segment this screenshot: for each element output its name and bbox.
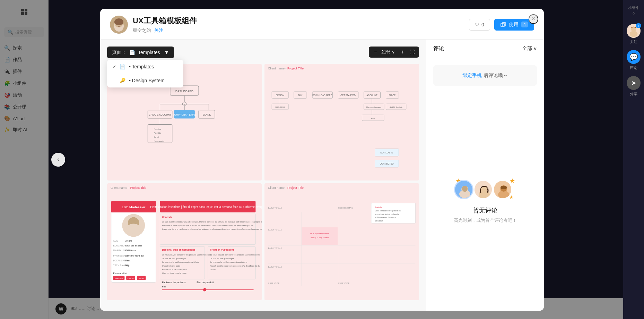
- svg-text:Paris: Paris: [125, 259, 131, 262]
- zoom-expand-icon[interactable]: ⛶: [408, 48, 416, 56]
- follow-link[interactable]: 关注: [154, 28, 163, 33]
- use-button[interactable]: 使用 4: [494, 19, 534, 31]
- svg-text:CREATE ACCOUNT: CREATE ACCOUNT: [149, 113, 171, 116]
- rs-comment-label: 评论: [630, 65, 637, 70]
- dropdown-item-design-system[interactable]: ✓ 🔑 • Design System: [107, 74, 183, 87]
- svg-text:AGE: AGE: [113, 240, 118, 242]
- svg-text:narration et c'est esprit du j: narration et c'est esprit du jour. Il n'…: [162, 225, 253, 227]
- like-count: 0: [481, 22, 484, 27]
- comments-filter[interactable]: 全部 ∨: [522, 45, 537, 52]
- svg-text:Besoins, buts et motivations: Besoins, buts et motivations: [162, 249, 195, 251]
- heart-icon: ♡: [475, 22, 479, 27]
- svg-text:Portfolio: Portfolio: [375, 206, 382, 208]
- bind-phone-link[interactable]: 绑定手机: [462, 73, 482, 78]
- page-name: Templates: [138, 50, 160, 55]
- svg-text:Apellido: Apellido: [154, 132, 162, 134]
- svg-text:Prix: Prix: [162, 285, 166, 288]
- svg-point-145: [498, 191, 509, 199]
- modal-body: 页面： 📄 Templates ▼ ✓ 📄 • Templates ✓ 🔑: [100, 40, 544, 311]
- page-indicator: 页面：: [112, 49, 127, 56]
- svg-text:scenario de test de recherche: scenario de test de recherche: [375, 213, 399, 215]
- preview-cell-journey[interactable]: Client name - Project Title EARLY TO TAL…: [264, 183, 419, 300]
- use-count: 4: [521, 22, 528, 27]
- svg-text:USER VOICE: USER VOICE: [338, 282, 349, 284]
- zoom-in-button[interactable]: +: [398, 48, 407, 56]
- svg-text:Personnalité: Personnalité: [113, 272, 127, 275]
- mini-count: 0: [633, 12, 635, 16]
- svg-text:Contexte: Contexte: [162, 216, 172, 218]
- svg-text:État du produit: État du produit: [197, 281, 214, 284]
- dropdown-item-templates[interactable]: ✓ 📄 • Templates: [107, 60, 183, 74]
- svg-text:USER VOICE: USER VOICE: [268, 282, 280, 284]
- bind-phone-text: 后评论哦～: [484, 73, 508, 78]
- close-button[interactable]: ×: [529, 14, 538, 24]
- avatar-group: ★ ★: [458, 180, 512, 199]
- svg-text:Passif, c'est la encore et pre: Passif, c'est la encore et presonne m'a,…: [210, 265, 260, 267]
- cell-label-sitemap: Client name - Project Title: [268, 67, 304, 70]
- svg-text:Freins et frustrations: Freins et frustrations: [210, 249, 234, 251]
- svg-text:EARLY TO TALK: EARLY TO TALK: [268, 266, 282, 268]
- no-comment-title: 暂无评论: [473, 206, 498, 215]
- rs-follow-label: 关注: [630, 39, 637, 44]
- rs-share-label: 分享: [630, 91, 637, 96]
- svg-text:Encore un autre bullet point: Encore un autre bullet point: [162, 268, 187, 270]
- modal-header: UX工具箱模板组件 星空之韵 关注 ♡ 0 使用 4: [100, 9, 544, 40]
- nav-prev-button[interactable]: ‹: [51, 153, 65, 167]
- comments-panel: 评论 全部 ∨ 绑定手机 后评论哦～ ★ ★: [426, 40, 544, 311]
- svg-text:Droit des affaires: Droit des affaires: [125, 244, 142, 247]
- svg-text:NOT LOG IN: NOT LOG IN: [380, 151, 393, 154]
- svg-text:EARLY TO TALK: EARLY TO TALK: [268, 247, 282, 249]
- svg-text:Un autre bullet point: Un autre bullet point: [162, 265, 180, 267]
- modal-subtitle: 星空之韵 关注: [133, 27, 469, 34]
- svg-text:Directeur Noré Biz: Directeur Noré Biz: [125, 254, 144, 257]
- svg-text:SUB-PAGE: SUB-PAGE: [275, 106, 285, 108]
- bind-phone-box: 绑定手机 后评论哦～: [433, 65, 537, 86]
- rs-item-comment[interactable]: 💬 评论: [627, 50, 641, 70]
- svg-text:Célibataire: Célibataire: [125, 249, 136, 252]
- item-icon-templates: 📄: [120, 64, 125, 69]
- zoom-chevron[interactable]: ∨: [392, 49, 395, 54]
- filter-chevron-icon: ∨: [533, 46, 537, 51]
- like-button[interactable]: ♡ 0: [469, 19, 490, 31]
- page-selector-button[interactable]: 页面： 📄 Templates ▼: [107, 47, 174, 58]
- svg-text:de le try to stay content: de le try to stay content: [310, 233, 329, 235]
- avatar-1: [454, 180, 473, 199]
- item-icon-design-system: 🔑: [120, 78, 125, 83]
- page-dropdown: ✓ 📄 • Templates ✓ 🔑 • Design System: [107, 60, 183, 87]
- svg-text:APP: APP: [371, 117, 375, 119]
- preview-cell-sitemap[interactable]: Client name - Project Title DESIGN BUY D…: [264, 64, 419, 181]
- svg-rect-147: [501, 186, 507, 189]
- svg-text:Leader: Leader: [128, 277, 134, 279]
- page-icon: 📄: [129, 50, 135, 55]
- modal: × UX工具箱模板组件 星空之韵 关注: [100, 9, 544, 311]
- page-selector[interactable]: 页面： 📄 Templates ▼ ✓ 📄 • Templates ✓ 🔑: [107, 47, 174, 58]
- rs-item-follow[interactable]: + 关注: [627, 24, 641, 44]
- svg-text:High: High: [125, 264, 130, 267]
- svg-text:EARLY TO TALK: EARLY TO TALK: [268, 207, 282, 209]
- svg-text:Je suis avant un restaurant, à: Je suis avant un restaurant, à boulanger…: [162, 221, 262, 223]
- comments-title: 评论: [433, 45, 444, 52]
- avatar-2: [473, 180, 493, 199]
- svg-text:PRICE: PRICE: [389, 94, 395, 96]
- item-label-templates: • Templates: [129, 64, 154, 69]
- svg-text:HIGH-HIGH MAIN: HIGH-HIGH MAIN: [338, 207, 353, 209]
- svg-text:Email: Email: [154, 136, 159, 138]
- svg-text:Aller, on done pour la route: Aller, on done pour la route: [162, 272, 186, 274]
- title-group: UX工具箱模板组件 星空之韵 关注: [133, 16, 469, 34]
- svg-text:27 ans: 27 ans: [125, 240, 132, 242]
- mini-label: 小组件: [628, 6, 639, 10]
- svg-text:le prendre dans la meilleure e: le prendre dans la meilleure et plusieur…: [162, 228, 262, 230]
- zoom-value-display: 21% ∨: [381, 49, 397, 54]
- svg-text:EDUCATION: EDUCATION: [113, 244, 127, 247]
- svg-text:LEGAL Analytic: LEGAL Analytic: [389, 106, 403, 108]
- svg-text:Je suis en tant qu'étranger: Je suis en tant qu'étranger: [162, 258, 186, 260]
- svg-text:Contraseña: Contraseña: [154, 140, 165, 142]
- svg-point-150: [630, 31, 638, 37]
- follow-badge: +: [636, 23, 641, 28]
- modal-actions: ♡ 0 使用 4: [469, 19, 534, 31]
- preview-cell-persona[interactable]: Client name - Project Title Loïc Moitess…: [107, 183, 262, 300]
- zoom-out-button[interactable]: −: [372, 48, 380, 56]
- rs-item-share[interactable]: ➤ 分享: [627, 76, 641, 96]
- cell-label-journey: Client name - Project Title: [268, 186, 304, 190]
- modal-title: UX工具箱模板组件: [133, 16, 469, 26]
